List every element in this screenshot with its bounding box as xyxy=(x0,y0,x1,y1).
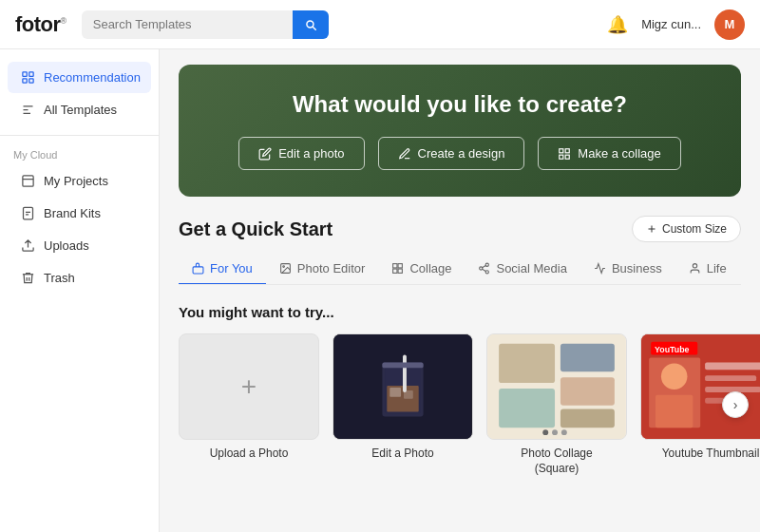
cards-row: + Upload a Photo xyxy=(179,333,741,476)
sidebar-label-all-templates: All Templates xyxy=(44,103,117,117)
svg-rect-28 xyxy=(390,388,401,397)
app-header: fotor® 🔔 Migz cun... M xyxy=(0,0,760,49)
svg-rect-14 xyxy=(393,264,397,268)
header-right: 🔔 Migz cun... M xyxy=(607,10,745,40)
tab-photo-editor[interactable]: Photo Editor xyxy=(266,254,379,285)
app-logo: fotor® xyxy=(15,12,66,37)
tab-business[interactable]: Business xyxy=(580,254,675,285)
svg-rect-4 xyxy=(23,176,33,186)
svg-rect-46 xyxy=(656,395,693,428)
sidebar-item-trash[interactable]: Trash xyxy=(8,262,151,294)
sidebar-divider xyxy=(0,135,159,136)
edit-photo-button[interactable]: Edit a photo xyxy=(238,137,364,170)
plus-icon: + xyxy=(241,371,256,402)
svg-rect-15 xyxy=(398,264,402,268)
card-label-upload: Upload a Photo xyxy=(179,446,319,460)
my-cloud-label: My Cloud xyxy=(0,145,159,164)
svg-rect-7 xyxy=(560,155,563,159)
make-collage-button[interactable]: Make a collage xyxy=(538,137,680,170)
sidebar-label-recommendation: Recommendation xyxy=(44,70,141,85)
sidebar: Recommendation All Templates My Cloud My… xyxy=(0,49,160,532)
quick-start-header: Get a Quick Start Custom Size xyxy=(179,216,741,242)
app-body: Recommendation All Templates My Cloud My… xyxy=(0,49,760,532)
svg-point-20 xyxy=(486,271,489,274)
user-name: Migz cun... xyxy=(641,17,701,31)
try-title: You might want to try... xyxy=(179,304,741,320)
search-input[interactable] xyxy=(82,10,293,38)
svg-point-38 xyxy=(542,429,548,435)
sidebar-label-brand-kits: Brand Kits xyxy=(44,206,101,220)
custom-size-button[interactable]: Custom Size xyxy=(632,216,741,242)
svg-rect-0 xyxy=(23,72,27,76)
card-label-photo-collage: Photo Collage (Square) xyxy=(486,446,627,476)
card-label-edit-photo: Edit a Photo xyxy=(332,446,473,460)
sidebar-item-uploads[interactable]: Uploads xyxy=(8,230,151,261)
banner-actions: Edit a photo Create a design Make a coll… xyxy=(209,137,711,170)
notification-icon[interactable]: 🔔 xyxy=(607,14,628,35)
next-arrow-button[interactable]: › xyxy=(722,391,749,418)
make-collage-label: Make a collage xyxy=(578,146,660,161)
custom-size-label: Custom Size xyxy=(662,222,727,236)
svg-rect-48 xyxy=(705,375,756,381)
sidebar-item-my-projects[interactable]: My Projects xyxy=(8,165,151,197)
svg-rect-16 xyxy=(393,269,397,273)
sidebar-item-brand-kits[interactable]: Brand Kits xyxy=(8,198,151,229)
svg-rect-33 xyxy=(499,344,555,383)
svg-point-18 xyxy=(486,263,489,266)
svg-rect-11 xyxy=(193,267,203,274)
tab-social-media[interactable]: Social Media xyxy=(465,254,580,285)
svg-text:YouTube: YouTube xyxy=(655,345,690,354)
edit-photo-label: Edit a photo xyxy=(278,146,344,161)
card-thumb-drink[interactable] xyxy=(332,333,473,440)
svg-rect-47 xyxy=(705,362,760,370)
card-thumb-youtube[interactable]: YouTube xyxy=(640,333,760,440)
svg-rect-34 xyxy=(499,389,555,428)
card-thumb-collage[interactable] xyxy=(486,333,627,440)
svg-point-40 xyxy=(561,429,567,435)
sidebar-item-recommendation[interactable]: Recommendation xyxy=(8,62,151,93)
svg-rect-37 xyxy=(560,409,615,428)
svg-point-13 xyxy=(283,266,285,268)
svg-rect-30 xyxy=(403,355,407,392)
tabs: For You Photo Editor Collage Social Medi… xyxy=(179,254,741,285)
svg-rect-35 xyxy=(560,344,615,371)
avatar[interactable]: M xyxy=(714,10,745,40)
search-bar xyxy=(82,10,329,39)
svg-point-23 xyxy=(693,264,696,268)
tab-life[interactable]: Life xyxy=(675,254,740,285)
sidebar-item-all-templates[interactable]: All Templates xyxy=(8,94,151,125)
card-label-youtube: Youtube Thumbnail xyxy=(640,446,760,460)
svg-rect-36 xyxy=(560,377,615,405)
svg-line-21 xyxy=(483,269,486,271)
svg-rect-8 xyxy=(566,155,570,159)
create-design-button[interactable]: Create a design xyxy=(378,137,525,170)
card-thumb-upload[interactable]: + xyxy=(179,333,319,440)
svg-point-39 xyxy=(552,429,558,435)
sidebar-label-uploads: Uploads xyxy=(44,238,89,253)
svg-rect-3 xyxy=(29,79,33,83)
tab-for-you[interactable]: For You xyxy=(179,254,266,285)
search-button[interactable] xyxy=(293,10,329,39)
card-upload-photo: + Upload a Photo xyxy=(179,333,319,460)
banner-title: What would you like to create? xyxy=(209,91,711,118)
sidebar-label-trash: Trash xyxy=(44,271,75,285)
svg-rect-6 xyxy=(566,148,570,152)
svg-rect-31 xyxy=(382,362,423,368)
svg-rect-2 xyxy=(23,79,27,83)
svg-rect-17 xyxy=(398,269,402,273)
sidebar-label-my-projects: My Projects xyxy=(44,174,108,188)
create-design-label: Create a design xyxy=(418,146,505,161)
card-photo-collage: Photo Collage (Square) xyxy=(486,333,627,476)
svg-line-22 xyxy=(483,266,486,268)
card-edit-photo: Edit a Photo xyxy=(332,333,473,460)
tab-collage[interactable]: Collage xyxy=(378,254,465,285)
svg-rect-1 xyxy=(29,72,33,76)
banner: What would you like to create? Edit a ph… xyxy=(179,65,741,197)
svg-rect-5 xyxy=(560,148,563,152)
svg-point-19 xyxy=(480,267,483,270)
svg-point-45 xyxy=(661,363,688,390)
main-content: What would you like to create? Edit a ph… xyxy=(160,49,760,532)
quick-start-title: Get a Quick Start xyxy=(179,218,332,240)
